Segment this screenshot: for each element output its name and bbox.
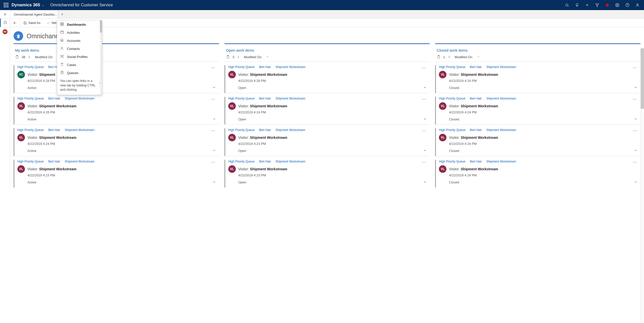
breadcrumb-link[interactable]: Bert Hair [259,65,271,69]
session-tab[interactable]: Omnichannel Agent Dashbo... [10,10,58,18]
breadcrumb-link[interactable]: Bert Hair [48,160,60,163]
recording-indicator[interactable] [602,0,612,10]
card-expand-button[interactable] [212,180,216,184]
work-item-card[interactable]: High Priority QueueBert HairShipment Wor… [14,93,219,124]
app-launcher-button[interactable] [2,0,11,10]
work-item-card[interactable]: High Priority QueueBert HairShipment Wor… [435,61,640,93]
card-expand-button[interactable] [212,117,216,121]
card-expand-button[interactable] [212,149,216,153]
card-more-button[interactable]: ⋯ [210,160,217,165]
breadcrumb-link[interactable]: Bert Hair [470,128,482,132]
sort-menu-button[interactable] [266,55,269,59]
quick-create-button[interactable] [582,0,592,10]
breadcrumb-link[interactable]: Bert Hair [470,65,482,69]
menu-item-social-profiles[interactable]: Social Profiles [57,53,102,61]
product-switcher[interactable]: Dynamics 365 [11,3,47,8]
breadcrumb-link[interactable]: High Priority Queue [439,97,465,100]
breadcrumb-link[interactable]: High Priority Queue [439,160,465,163]
sort-menu-button[interactable] [477,55,480,59]
breadcrumb-link[interactable]: Bert Hair [48,128,60,132]
card-expand-button[interactable] [634,117,637,121]
breadcrumb-link[interactable]: High Priority Queue [228,160,255,163]
advanced-filter-button[interactable] [592,0,602,10]
nav-back-button[interactable] [10,19,20,27]
breadcrumb-link[interactable]: Shipment Workstream [65,97,94,100]
work-item-card[interactable]: High Priority QueueBert HairShipment Wor… [14,124,219,156]
menu-item-dashboards[interactable]: Dashboards [57,20,102,28]
breadcrumb-link[interactable]: High Priority Queue [228,65,255,69]
breadcrumb-link[interactable]: High Priority Queue [228,128,255,132]
card-more-button[interactable]: ⋯ [631,128,638,133]
work-item-card[interactable]: High Priority QueueBert HairShipment Wor… [435,93,640,124]
card-more-button[interactable]: ⋯ [631,97,638,102]
assistant-button[interactable] [572,0,582,10]
breadcrumb-link[interactable]: Shipment Workstream [486,65,516,69]
card-expand-button[interactable] [423,180,427,184]
breadcrumb-link[interactable]: Shipment Workstream [486,128,516,132]
breadcrumb-link[interactable]: High Priority Queue [17,65,44,69]
card-expand-button[interactable] [634,180,637,184]
menu-item-queues[interactable]: Queues [57,69,102,77]
work-item-card[interactable]: High Priority QueueBert HairShipment Wor… [435,156,640,187]
card-more-button[interactable]: ⋯ [420,160,428,165]
breadcrumb-link[interactable]: Shipment Workstream [486,160,516,163]
breadcrumb-link[interactable]: Shipment Workstream [65,128,94,132]
help-button[interactable] [622,0,632,10]
page-scrollbar-track[interactable] [640,47,644,187]
breadcrumb-link[interactable]: Bert Hair [259,128,271,132]
sitemap-toggle-button[interactable] [0,10,10,18]
card-more-button[interactable]: ⋯ [420,97,428,102]
card-expand-button[interactable] [423,117,427,121]
work-item-card[interactable]: High Priority QueueBert HairShipment Wor… [14,156,219,187]
home-rail-button[interactable] [0,19,10,27]
breadcrumb-link[interactable]: Bert Hair [48,97,60,100]
account-button[interactable] [632,0,642,10]
card-expand-button[interactable] [634,86,637,90]
breadcrumb-link[interactable]: Bert Hair [259,160,271,163]
agent-presence-badge[interactable]: IW [3,29,8,34]
breadcrumb-link[interactable]: High Priority Queue [228,97,255,100]
card-more-button[interactable]: ⋯ [420,128,428,133]
breadcrumb-link[interactable]: High Priority Queue [17,97,44,100]
sort-direction-button[interactable] [448,55,451,59]
save-as-button[interactable]: Save As [20,19,44,27]
breadcrumb-link[interactable]: Shipment Workstream [65,160,94,163]
breadcrumb-link[interactable]: High Priority Queue [439,128,465,132]
work-item-card[interactable]: High Priority QueueBert HairShipment Wor… [224,93,430,124]
settings-button[interactable] [612,0,622,10]
card-expand-button[interactable] [423,86,427,90]
work-item-card[interactable]: High Priority QueueBert HairShipment Wor… [224,156,430,187]
card-more-button[interactable]: ⋯ [631,160,638,165]
work-item-card[interactable]: High Priority QueueBert HairShipment Wor… [435,124,640,156]
menu-item-cases[interactable]: Cases [57,61,102,69]
card-more-button[interactable]: ⋯ [210,65,217,70]
new-tab-button[interactable] [58,10,66,18]
breadcrumb-link[interactable]: Bert Hair [470,160,482,163]
card-more-button[interactable]: ⋯ [420,65,428,70]
breadcrumb-link[interactable]: Shipment Workstream [276,128,305,132]
breadcrumb-link[interactable]: Shipment Workstream [276,97,305,100]
sort-direction-button[interactable] [28,55,31,59]
menu-item-activities[interactable]: Activities [57,28,102,37]
work-item-card[interactable]: High Priority QueueBert HairShipment Wor… [224,124,430,156]
breadcrumb-link[interactable]: High Priority Queue [439,65,465,69]
breadcrumb-link[interactable]: High Priority Queue [17,160,44,163]
breadcrumb-link[interactable]: Bert Hair [470,97,482,100]
menu-item-accounts[interactable]: Accounts [57,37,102,45]
work-item-card[interactable]: High Priority QueueBert Hair⋯VCVisitor: … [14,61,219,93]
card-more-button[interactable]: ⋯ [210,128,217,133]
menu-scrollbar-track[interactable] [100,20,102,95]
sort-direction-button[interactable] [237,55,240,59]
menu-scrollbar-thumb[interactable] [100,20,102,33]
card-expand-button[interactable] [634,149,637,153]
breadcrumb-link[interactable]: Shipment Workstream [276,160,305,163]
breadcrumb-link[interactable]: Bert Hair [259,97,271,100]
menu-item-contacts[interactable]: Contacts [57,45,102,53]
breadcrumb-link[interactable]: High Priority Queue [17,128,44,132]
card-more-button[interactable]: ⋯ [631,65,638,70]
breadcrumb-link[interactable]: Shipment Workstream [276,65,305,69]
card-expand-button[interactable] [212,86,216,90]
breadcrumb-link[interactable]: Shipment Workstream [486,97,516,100]
search-button[interactable] [562,0,572,10]
card-expand-button[interactable] [423,149,427,153]
